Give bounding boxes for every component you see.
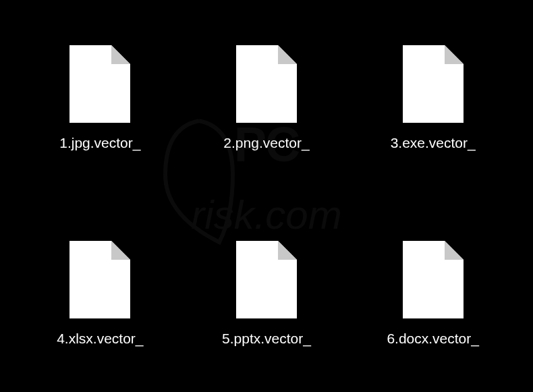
file-item[interactable]: 5.pptx.vector_: [194, 217, 340, 372]
file-label: 3.exe.vector_: [391, 135, 476, 151]
file-label: 5.pptx.vector_: [222, 331, 311, 347]
file-icon: [69, 241, 130, 318]
file-label: 1.jpg.vector_: [59, 135, 140, 151]
file-item[interactable]: 3.exe.vector_: [360, 20, 506, 176]
file-label: 2.png.vector_: [223, 135, 309, 151]
file-icon: [236, 241, 297, 318]
file-icon: [69, 45, 130, 123]
file-item[interactable]: 2.png.vector_: [194, 20, 340, 176]
file-icon: [403, 241, 464, 318]
file-item[interactable]: 1.jpg.vector_: [27, 20, 173, 176]
file-icon: [403, 45, 464, 123]
file-item[interactable]: 4.xlsx.vector_: [27, 217, 173, 372]
file-label: 6.docx.vector_: [387, 331, 479, 347]
desktop-grid: 1.jpg.vector_ 2.png.vector_ 3.exe.vector…: [0, 0, 533, 392]
file-icon: [236, 45, 297, 123]
file-label: 4.xlsx.vector_: [57, 331, 143, 347]
file-item[interactable]: 6.docx.vector_: [360, 217, 506, 372]
